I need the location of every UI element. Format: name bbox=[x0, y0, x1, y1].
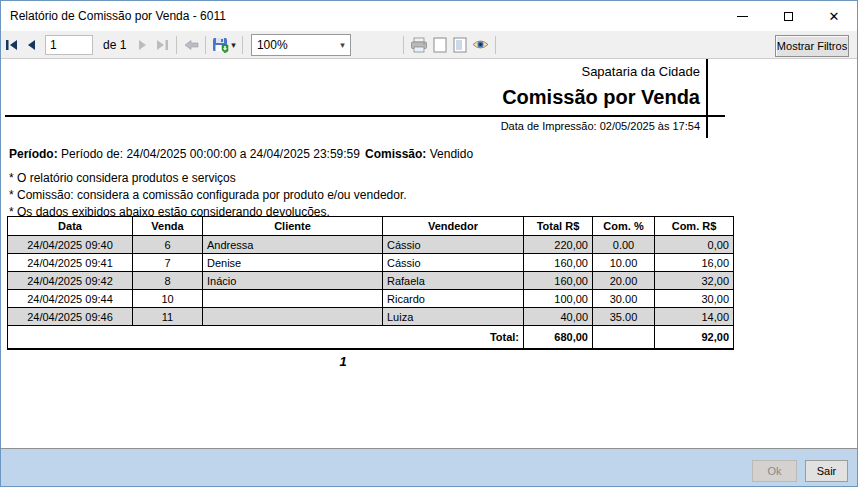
cell-data: 24/04/2025 09:41 bbox=[8, 254, 133, 272]
close-button[interactable]: ✕ bbox=[811, 1, 857, 31]
eye-icon bbox=[472, 39, 489, 50]
report-header: Sapataria da Cidade Comissão por Venda bbox=[2, 59, 700, 109]
cell-com-pct: 0.00 bbox=[593, 236, 655, 254]
cell-com-pct: 30.00 bbox=[593, 290, 655, 308]
print-button[interactable] bbox=[408, 34, 430, 56]
total-com-rs: 92,00 bbox=[655, 326, 734, 349]
last-page-button[interactable] bbox=[152, 34, 172, 56]
toolbar-separator bbox=[176, 36, 177, 54]
note-line: * O relatório considera produtos e servi… bbox=[9, 170, 407, 187]
cell-total: 100,00 bbox=[524, 290, 593, 308]
last-page-icon bbox=[156, 39, 169, 51]
cell-cliente: Andressa bbox=[203, 236, 383, 254]
page-setup-icon bbox=[453, 37, 467, 53]
minimize-button[interactable] bbox=[719, 1, 765, 31]
previous-page-icon bbox=[26, 39, 37, 51]
cell-com-pct: 10.00 bbox=[593, 254, 655, 272]
col-header-com-rs: Com. R$ bbox=[655, 217, 734, 236]
cell-total: 160,00 bbox=[524, 272, 593, 290]
bottom-bar: Ok Sair bbox=[1, 448, 857, 486]
show-filters-button[interactable]: Mostrar Filtros bbox=[775, 35, 849, 57]
commission-line: Comissão: Vendido bbox=[365, 147, 473, 161]
cell-vendedor: Luiza bbox=[383, 308, 524, 326]
page-number: 1 bbox=[7, 354, 679, 369]
col-header-vendedor: Vendedor bbox=[383, 217, 524, 236]
toolbar-separator bbox=[242, 36, 243, 54]
cell-com-rs: 0,00 bbox=[655, 236, 734, 254]
back-button[interactable] bbox=[181, 34, 201, 56]
period-label: Período: bbox=[9, 147, 58, 161]
cell-data: 24/04/2025 09:40 bbox=[8, 236, 133, 254]
back-arrow-icon bbox=[184, 39, 199, 51]
report-notes: * O relatório considera produtos e servi… bbox=[9, 170, 407, 221]
cell-cliente bbox=[203, 290, 383, 308]
cell-venda: 7 bbox=[133, 254, 203, 272]
toolbar-separator bbox=[205, 36, 206, 54]
table-row: 24/04/2025 09:46 11 Luiza 40,00 35.00 14… bbox=[8, 308, 734, 326]
first-page-icon bbox=[5, 39, 18, 51]
window-title: Relatório de Comissão por Venda - 6011 bbox=[1, 9, 226, 23]
cell-vendedor: Ricardo bbox=[383, 290, 524, 308]
close-icon: ✕ bbox=[829, 10, 840, 23]
exit-button[interactable]: Sair bbox=[805, 460, 848, 482]
zoom-value: 100% bbox=[257, 38, 288, 52]
table-row: 24/04/2025 09:40 6 Andressa Cássio 220,0… bbox=[8, 236, 734, 254]
cell-vendedor: Rafaela bbox=[383, 272, 524, 290]
toolbar: de 1 ▾ 100% ▾ bbox=[1, 31, 857, 59]
ok-button[interactable]: Ok bbox=[752, 460, 797, 482]
commission-table-wrap: Data Venda Cliente Vendedor Total R$ Com… bbox=[7, 216, 734, 350]
cell-total: 220,00 bbox=[524, 236, 593, 254]
print-date: Data de Impressão: 02/05/2025 às 17:54 bbox=[2, 120, 700, 132]
cell-vendedor: Cássio bbox=[383, 254, 524, 272]
col-header-data: Data bbox=[8, 217, 133, 236]
cell-venda: 6 bbox=[133, 236, 203, 254]
cell-total: 160,00 bbox=[524, 254, 593, 272]
total-com-pct bbox=[593, 326, 655, 349]
report-window: Relatório de Comissão por Venda - 6011 ✕… bbox=[0, 0, 858, 487]
cell-venda: 11 bbox=[133, 308, 203, 326]
cell-cliente: Inácio bbox=[203, 272, 383, 290]
commission-value: Vendido bbox=[430, 147, 473, 161]
print-layout-button[interactable] bbox=[450, 34, 470, 56]
cell-com-pct: 35.00 bbox=[593, 308, 655, 326]
export-button[interactable]: ▾ bbox=[210, 34, 238, 56]
next-page-button[interactable] bbox=[132, 34, 152, 56]
watermark-button[interactable] bbox=[470, 34, 491, 56]
cell-data: 24/04/2025 09:44 bbox=[8, 290, 133, 308]
titlebar: Relatório de Comissão por Venda - 6011 ✕ bbox=[1, 1, 857, 31]
report-page: Sapataria da Cidade Comissão por Venda D… bbox=[2, 59, 856, 450]
col-header-venda: Venda bbox=[133, 217, 203, 236]
table-row: 24/04/2025 09:44 10 Ricardo 100,00 30.00… bbox=[8, 290, 734, 308]
export-dropdown-caret-icon: ▾ bbox=[231, 40, 236, 50]
first-page-button[interactable] bbox=[1, 34, 21, 56]
total-label: Total: bbox=[8, 326, 524, 349]
cell-com-rs: 14,00 bbox=[655, 308, 734, 326]
table-total-row: Total: 680,00 92,00 bbox=[8, 326, 734, 349]
cell-com-pct: 20.00 bbox=[593, 272, 655, 290]
col-header-total: Total R$ bbox=[524, 217, 593, 236]
zoom-select[interactable]: 100% ▾ bbox=[251, 34, 351, 56]
maximize-icon bbox=[784, 12, 793, 21]
header-horizontal-rule bbox=[5, 115, 725, 117]
cell-com-rs: 32,00 bbox=[655, 272, 734, 290]
commission-label: Comissão: bbox=[365, 147, 426, 161]
company-name: Sapataria da Cidade bbox=[2, 59, 700, 79]
cell-cliente bbox=[203, 308, 383, 326]
period-value: Período de: 24/04/2025 00:00:00 a 24/04/… bbox=[61, 147, 360, 161]
page-layout-button[interactable] bbox=[430, 34, 450, 56]
cell-vendedor: Cássio bbox=[383, 236, 524, 254]
cell-cliente: Denise bbox=[203, 254, 383, 272]
cell-total: 40,00 bbox=[524, 308, 593, 326]
note-line: * Comissão: considera a comissão configu… bbox=[9, 187, 407, 204]
total-value: 680,00 bbox=[524, 326, 593, 349]
window-controls: ✕ bbox=[719, 1, 857, 31]
previous-page-button[interactable] bbox=[21, 34, 41, 56]
maximize-button[interactable] bbox=[765, 1, 811, 31]
cell-venda: 8 bbox=[133, 272, 203, 290]
save-export-icon bbox=[212, 37, 229, 53]
cell-data: 24/04/2025 09:42 bbox=[8, 272, 133, 290]
single-page-icon bbox=[433, 37, 447, 53]
minimize-icon bbox=[737, 16, 748, 17]
table-header-row: Data Venda Cliente Vendedor Total R$ Com… bbox=[8, 217, 734, 236]
page-number-input[interactable] bbox=[45, 35, 93, 55]
